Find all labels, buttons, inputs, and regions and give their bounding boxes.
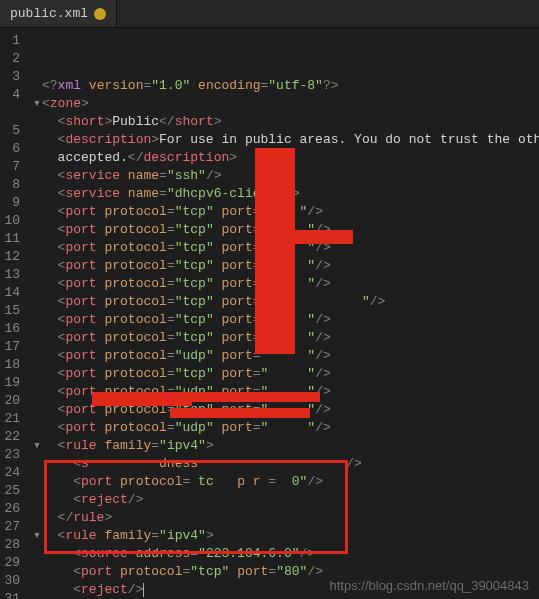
line-number: 13 xyxy=(4,266,20,284)
dirty-indicator-icon xyxy=(94,8,106,20)
line-number: 24 xyxy=(4,464,20,482)
redaction-annotation xyxy=(170,408,310,418)
fold-icon[interactable] xyxy=(32,167,42,185)
line-number: 9 xyxy=(4,194,20,212)
line-number: 29 xyxy=(4,554,20,572)
fold-icon[interactable] xyxy=(32,149,42,167)
fold-icon[interactable] xyxy=(32,329,42,347)
fold-icon[interactable] xyxy=(32,473,42,491)
fold-icon[interactable] xyxy=(32,275,42,293)
code-line[interactable]: <?xml version="1.0" encoding="utf-8"?> xyxy=(32,77,539,95)
line-number: 30 xyxy=(4,572,20,590)
fold-icon[interactable] xyxy=(32,509,42,527)
line-number: 31 xyxy=(4,590,20,599)
fold-icon[interactable] xyxy=(32,419,42,437)
line-number: 15 xyxy=(4,302,20,320)
fold-icon[interactable] xyxy=(32,455,42,473)
code-line[interactable]: <description>For use in public areas. Yo… xyxy=(32,131,539,149)
line-number: 28 xyxy=(4,536,20,554)
line-number: 4 xyxy=(4,86,20,104)
fold-icon[interactable] xyxy=(32,113,42,131)
fold-icon[interactable] xyxy=(32,545,42,563)
code-line[interactable]: <port protocol="tcp" port=" "/> xyxy=(32,365,539,383)
tab-public-xml[interactable]: public.xml xyxy=(0,0,117,27)
fold-icon[interactable] xyxy=(32,257,42,275)
line-number: 16 xyxy=(4,320,20,338)
line-number: 11 xyxy=(4,230,20,248)
fold-icon[interactable] xyxy=(32,365,42,383)
fold-icon[interactable]: ▾ xyxy=(32,95,42,113)
line-number: 7 xyxy=(4,158,20,176)
redaction-annotation xyxy=(190,392,320,402)
line-number: 20 xyxy=(4,392,20,410)
line-number: 26 xyxy=(4,500,20,518)
fold-icon[interactable] xyxy=(32,239,42,257)
code-line[interactable]: ▾<zone> xyxy=(32,95,539,113)
fold-icon[interactable] xyxy=(32,401,42,419)
line-number: 25 xyxy=(4,482,20,500)
line-number: 22 xyxy=(4,428,20,446)
fold-icon[interactable] xyxy=(32,221,42,239)
watermark: https://blog.csdn.net/qq_39004843 xyxy=(330,578,530,593)
fold-icon[interactable] xyxy=(32,347,42,365)
fold-icon[interactable] xyxy=(32,311,42,329)
line-number-gutter: 1234567891011121314151617181920212223242… xyxy=(0,28,28,599)
line-number xyxy=(4,104,20,122)
fold-icon[interactable] xyxy=(32,185,42,203)
fold-icon[interactable] xyxy=(32,131,42,149)
line-number: 23 xyxy=(4,446,20,464)
code-line[interactable]: ▾ <rule family="ipv4"> xyxy=(32,437,539,455)
fold-icon[interactable] xyxy=(32,491,42,509)
line-number: 10 xyxy=(4,212,20,230)
code-line[interactable]: <port protocol="udp" port=" "/> xyxy=(32,419,539,437)
line-number: 19 xyxy=(4,374,20,392)
fold-icon[interactable] xyxy=(32,581,42,599)
tab-filename: public.xml xyxy=(10,6,88,21)
tab-bar: public.xml xyxy=(0,0,539,28)
line-number: 17 xyxy=(4,338,20,356)
line-number: 5 xyxy=(4,122,20,140)
fold-icon[interactable] xyxy=(32,293,42,311)
redaction-annotation xyxy=(92,392,192,406)
code-line[interactable]: <short>Public</short> xyxy=(32,113,539,131)
line-number: 6 xyxy=(4,140,20,158)
fold-icon[interactable]: ▾ xyxy=(32,527,42,545)
fold-icon[interactable] xyxy=(32,383,42,401)
line-number: 8 xyxy=(4,176,20,194)
line-number: 12 xyxy=(4,248,20,266)
redaction-annotation xyxy=(293,230,353,244)
line-number: 27 xyxy=(4,518,20,536)
line-number: 3 xyxy=(4,68,20,86)
fold-icon[interactable] xyxy=(32,77,42,95)
line-number: 18 xyxy=(4,356,20,374)
line-number: 1 xyxy=(4,32,20,50)
redaction-annotation xyxy=(255,148,295,354)
line-number: 21 xyxy=(4,410,20,428)
fold-icon[interactable]: ▾ xyxy=(32,437,42,455)
line-number: 14 xyxy=(4,284,20,302)
highlight-annotation xyxy=(44,460,348,554)
line-number: 2 xyxy=(4,50,20,68)
fold-icon[interactable] xyxy=(32,203,42,221)
fold-icon[interactable] xyxy=(32,563,42,581)
